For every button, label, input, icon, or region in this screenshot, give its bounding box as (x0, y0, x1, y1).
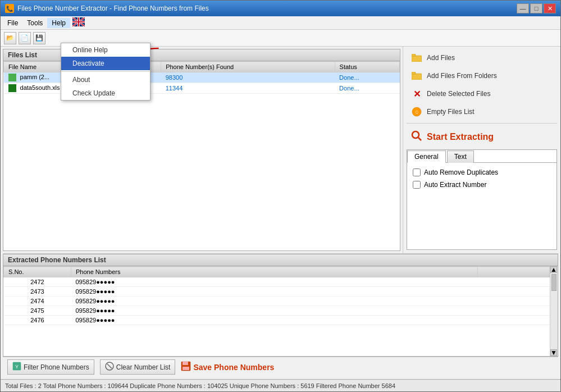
status-bar: Total Files : 2 Total Phone Numbers : 10… (1, 379, 560, 391)
sno-cell: 2476 (4, 316, 71, 325)
phone-cell: 095829●●●●● (71, 287, 478, 297)
auto-extract-number-item: Auto Extract Number (413, 181, 551, 189)
extracted-table-scroll[interactable]: S.No. Phone Numbers 2472 095829●●●●● (3, 266, 550, 356)
extracted-panel: Extracted Phone Numbers List S.No. Phone… (3, 254, 558, 357)
status-cell: Done... (335, 83, 399, 94)
folder-plus-icon (411, 70, 422, 81)
magnifier-icon (411, 130, 422, 144)
sno-cell: 2475 (4, 306, 71, 316)
list-item[interactable]: 2472 095829●●●●● (4, 277, 550, 287)
extracted-panel-title: Extracted Phone Numbers List (3, 254, 558, 266)
scroll-up-button[interactable]: ▲ (550, 266, 557, 273)
sno-cell: 2472 (4, 277, 71, 287)
auto-remove-duplicates-item: Auto Remove Duplicates (413, 168, 551, 176)
delete-selected-files-button[interactable]: ✕ Delete Selected Files (407, 86, 557, 102)
phone-cell: 095829●●●●● (71, 316, 478, 325)
menu-tools[interactable]: Tools (22, 18, 47, 28)
minimize-button[interactable]: — (517, 3, 529, 13)
scroll-down-button[interactable]: ▼ (550, 349, 557, 356)
svg-text:Y: Y (15, 364, 19, 370)
list-item[interactable]: 2474 095829●●●●● (4, 297, 550, 306)
sno-cell: 2474 (4, 297, 71, 306)
app-icon: 📞 (5, 4, 14, 13)
phone-count-cell: 11344 (161, 83, 335, 94)
svg-text:○: ○ (415, 108, 419, 115)
toolbar-save-button[interactable]: 💾 (33, 32, 45, 44)
sno-cell: 2473 (4, 287, 71, 297)
phone-cell: 095829●●●●● (71, 277, 478, 287)
col-status: Status (335, 62, 399, 72)
title-buttons: — □ ✕ (517, 3, 556, 13)
filter-phone-numbers-button[interactable]: Y Filter Phone Numbers (7, 359, 94, 375)
folder-add-icon (411, 52, 422, 63)
right-panel: Add Files Add Files From Folders ✕ Delet… (403, 47, 560, 253)
empty-list-icon: ○ (411, 106, 422, 117)
uk-flag-icon (72, 17, 85, 26)
col-sno: S.No. (4, 267, 71, 277)
auto-remove-duplicates-checkbox[interactable] (413, 168, 421, 176)
col-empty3 (478, 267, 550, 277)
phone-count-cell: 98300 (161, 72, 335, 83)
add-files-button[interactable]: Add Files (407, 50, 557, 66)
clear-number-list-button[interactable]: Clear Number List (100, 359, 176, 375)
xls-icon (8, 84, 16, 92)
tab-text[interactable]: Text (447, 151, 474, 163)
svg-line-17 (418, 138, 421, 140)
toolbar-new-button[interactable]: 📄 (19, 32, 31, 44)
start-extracting-button[interactable]: Start Extracting (407, 127, 557, 147)
extracted-table: S.No. Phone Numbers 2472 095829●●●●● (3, 266, 550, 325)
scrollbar-track[interactable]: ▲ ▼ (550, 266, 558, 356)
status-cell: Done... (335, 72, 399, 83)
menu-file[interactable]: File (3, 18, 22, 28)
excel-icon (8, 74, 16, 81)
status-text: Total Files : 2 Total Phone Numbers : 10… (5, 382, 395, 389)
save-phone-numbers-button[interactable]: Save Phone Numbers (181, 361, 274, 373)
divider (407, 123, 557, 124)
window-title: Files Phone Number Extractor - Find Phon… (17, 4, 209, 12)
close-button[interactable]: ✕ (544, 3, 556, 13)
title-bar: 📞 Files Phone Number Extractor - Find Ph… (1, 1, 560, 16)
menu-deactivate[interactable]: Deactivate (61, 57, 150, 70)
list-item[interactable]: 2475 095829●●●●● (4, 306, 550, 316)
svg-rect-12 (412, 74, 422, 80)
maximize-button[interactable]: □ (530, 3, 542, 13)
svg-line-21 (107, 364, 112, 368)
menu-separator (61, 71, 150, 72)
list-item[interactable]: 2473 095829●●●●● (4, 287, 550, 297)
auto-remove-duplicates-label: Auto Remove Duplicates (424, 168, 498, 176)
menu-about[interactable]: About (61, 73, 150, 86)
tabs-header: General Text (407, 150, 557, 163)
x-delete-icon: ✕ (411, 88, 422, 99)
svg-rect-10 (412, 56, 422, 62)
phone-cell: 095829●●●●● (71, 306, 478, 316)
settings-tabs: General Text Auto Remove Duplicates Auto… (407, 149, 557, 250)
tab-general[interactable]: General (407, 151, 446, 163)
svg-rect-24 (183, 367, 189, 370)
svg-point-16 (412, 131, 419, 138)
svg-rect-8 (78, 17, 79, 26)
save-icon (181, 361, 191, 373)
col-phones-found: Phone Number(s) Found (161, 62, 335, 72)
bottom-section: Extracted Phone Numbers List S.No. Phone… (3, 253, 558, 377)
add-files-from-folders-button[interactable]: Add Files From Folders (407, 68, 557, 84)
scroll-track-empty (550, 292, 558, 349)
clear-icon (105, 362, 114, 372)
col-phone-numbers: Phone Numbers (71, 267, 478, 277)
menu-help[interactable]: Help (47, 18, 70, 28)
empty-files-list-button[interactable]: ○ Empty Files List (407, 104, 557, 120)
bottom-toolbar: Y Filter Phone Numbers Clear Number List (3, 357, 558, 377)
main-window: 📞 Files Phone Number Extractor - Find Ph… (0, 0, 561, 392)
menu-check-update[interactable]: Check Update (61, 86, 150, 100)
menu-bar: File Tools Help (1, 16, 560, 30)
auto-extract-number-checkbox[interactable] (413, 181, 421, 189)
help-dropdown-menu: Online Help Deactivate About Check Updat… (61, 43, 150, 101)
list-item[interactable]: 2476 095829●●●●● (4, 316, 550, 325)
phone-cell: 095829●●●●● (71, 297, 478, 306)
toolbar-open-button[interactable]: 📂 (4, 32, 16, 44)
menu-online-help[interactable]: Online Help (61, 43, 150, 57)
auto-extract-number-label: Auto Extract Number (424, 181, 486, 189)
tab-general-content: Auto Remove Duplicates Auto Extract Numb… (407, 163, 557, 199)
svg-rect-23 (183, 362, 188, 365)
svg-rect-11 (412, 54, 416, 56)
scroll-thumb[interactable] (551, 274, 557, 291)
